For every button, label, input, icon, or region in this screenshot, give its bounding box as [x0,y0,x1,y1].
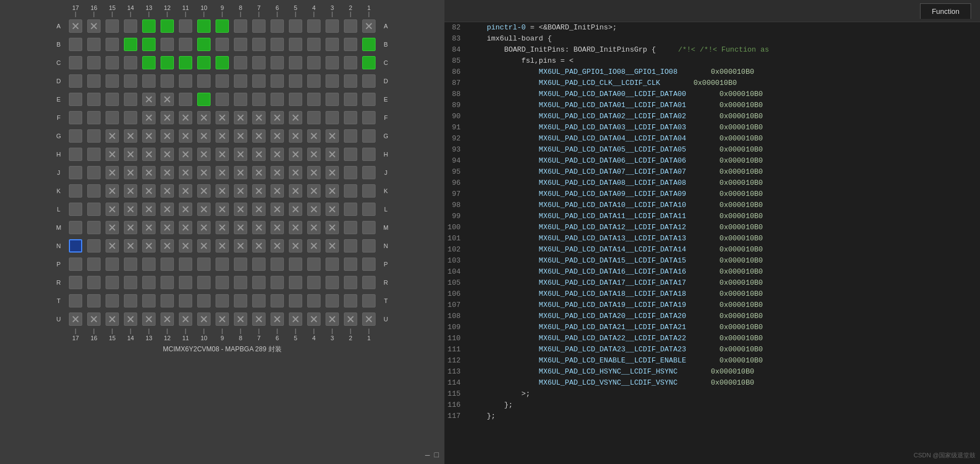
pin-P14[interactable] [124,258,137,271]
pin-J8[interactable] [234,166,247,179]
pin-T14[interactable] [124,294,137,307]
pin-C9[interactable] [216,56,229,69]
pin-B9[interactable] [216,38,229,51]
pin-J13[interactable] [142,166,156,179]
pin-M16[interactable] [87,221,101,234]
pin-J2[interactable] [344,166,357,179]
pin-P7[interactable] [252,258,266,271]
pin-M8[interactable] [234,221,247,234]
pin-T3[interactable] [326,294,339,307]
pin-L5[interactable] [289,203,302,216]
pin-G1[interactable] [362,129,376,143]
pin-P12[interactable] [161,258,174,271]
pin-K3[interactable] [326,184,339,198]
pin-J16[interactable] [87,166,101,179]
pin-U2[interactable] [344,312,357,326]
pin-J7[interactable] [252,166,266,179]
pin-K4[interactable] [307,184,321,198]
pin-K15[interactable] [106,184,119,198]
pin-M3[interactable] [326,221,339,234]
pin-B16[interactable] [87,38,101,51]
pin-N10[interactable] [197,239,211,253]
pin-G13[interactable] [142,129,156,143]
pin-G16[interactable] [87,129,101,143]
pin-K16[interactable] [87,184,101,198]
pin-C5[interactable] [289,56,302,69]
pin-J6[interactable] [271,166,284,179]
pin-C6[interactable] [271,56,284,69]
pin-A9[interactable] [216,19,229,33]
pin-J15[interactable] [106,166,119,179]
pin-K6[interactable] [271,184,284,198]
pin-R7[interactable] [252,276,266,289]
pin-D1[interactable] [362,74,376,88]
pin-H6[interactable] [271,148,284,161]
pin-T8[interactable] [234,294,247,307]
pin-U14[interactable] [124,312,137,326]
pin-T7[interactable] [252,294,266,307]
pin-F7[interactable] [252,111,266,124]
pin-C13[interactable] [142,56,156,69]
pin-G6[interactable] [271,129,284,143]
pin-R4[interactable] [307,276,321,289]
pin-P15[interactable] [106,258,119,271]
pin-U8[interactable] [234,312,247,326]
pin-A8[interactable] [234,19,247,33]
pin-U11[interactable] [179,312,192,326]
pin-R13[interactable] [142,276,156,289]
pin-T15[interactable] [106,294,119,307]
pin-U9[interactable] [216,312,229,326]
pin-U1[interactable] [362,312,376,326]
pin-T11[interactable] [179,294,192,307]
pin-G11[interactable] [179,129,192,143]
pin-L3[interactable] [326,203,339,216]
pin-K9[interactable] [216,184,229,198]
pin-K1[interactable] [362,184,376,198]
pin-P11[interactable] [179,258,192,271]
pin-E12[interactable] [161,93,174,106]
pin-H2[interactable] [344,148,357,161]
pin-N9[interactable] [216,239,229,253]
pin-P17[interactable] [69,258,82,271]
pin-R5[interactable] [289,276,302,289]
pin-R9[interactable] [216,276,229,289]
pin-U3[interactable] [326,312,339,326]
pin-C10[interactable] [197,56,211,69]
pin-E17[interactable] [69,93,82,106]
pin-F10[interactable] [197,111,211,124]
pin-F9[interactable] [216,111,229,124]
pin-P6[interactable] [271,258,284,271]
pin-E15[interactable] [106,93,119,106]
pin-F14[interactable] [124,111,137,124]
pin-G8[interactable] [234,129,247,143]
pin-E7[interactable] [252,93,266,106]
pin-K14[interactable] [124,184,137,198]
pin-N15[interactable] [106,239,119,253]
pin-B12[interactable] [161,38,174,51]
pin-G3[interactable] [326,129,339,143]
pin-B7[interactable] [252,38,266,51]
pin-B13[interactable] [142,38,156,51]
pin-U16[interactable] [87,312,101,326]
pin-D11[interactable] [179,74,192,88]
pin-N6[interactable] [271,239,284,253]
pin-E14[interactable] [124,93,137,106]
pin-M11[interactable] [179,221,192,234]
pin-B10[interactable] [197,38,211,51]
pin-H11[interactable] [179,148,192,161]
pin-T4[interactable] [307,294,321,307]
pin-H7[interactable] [252,148,266,161]
pin-H9[interactable] [216,148,229,161]
pin-C16[interactable] [87,56,101,69]
pin-E13[interactable] [142,93,156,106]
pin-M2[interactable] [344,221,357,234]
pin-E6[interactable] [271,93,284,106]
pin-R2[interactable] [344,276,357,289]
pin-D5[interactable] [289,74,302,88]
pin-F12[interactable] [161,111,174,124]
function-tab[interactable]: Function [920,3,971,19]
pin-R12[interactable] [161,276,174,289]
pin-J10[interactable] [197,166,211,179]
pin-B14[interactable] [124,38,137,51]
pin-D12[interactable] [161,74,174,88]
